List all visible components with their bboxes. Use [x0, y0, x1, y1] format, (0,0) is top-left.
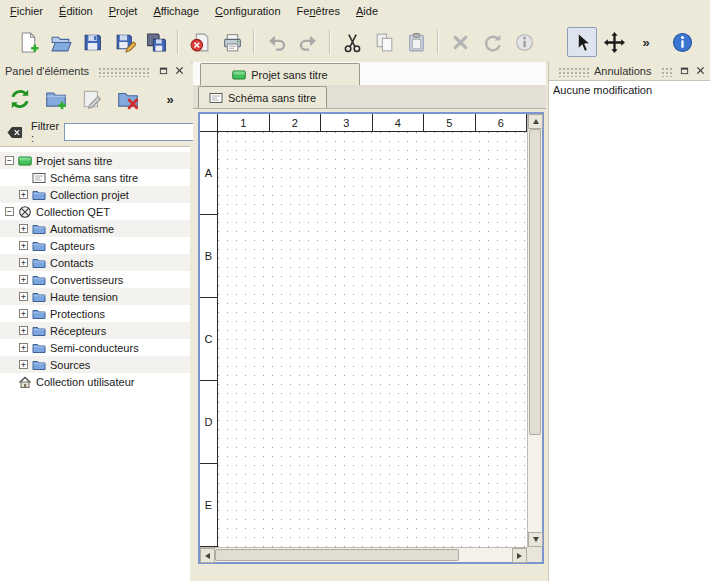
undo-empty-text: Aucune modification	[553, 84, 707, 96]
tree-expander-minus[interactable]: −	[5, 207, 14, 216]
save-as-icon	[113, 31, 136, 54]
menu-item-fichier[interactable]: Fichier	[2, 1, 51, 21]
select-mode-button[interactable]	[567, 27, 597, 57]
close-panel-button[interactable]	[692, 64, 708, 79]
clear-filter-button[interactable]	[4, 122, 26, 142]
cut-button[interactable]	[337, 27, 367, 57]
menu-item-label: dition	[66, 5, 92, 17]
tree-item-projet-sans-titre[interactable]: −Projet sans titre	[0, 152, 190, 169]
save-all-icon	[145, 31, 168, 54]
close-document-button[interactable]	[185, 27, 215, 57]
reload-collections-button[interactable]	[5, 84, 35, 114]
tree-item-schema-sans-titre[interactable]: Schéma sans titre	[0, 169, 190, 186]
tree-item-automatisme[interactable]: +Automatisme	[0, 220, 190, 237]
open-document-button[interactable]	[45, 27, 75, 57]
horizontal-scroll-thumb[interactable]	[215, 549, 459, 561]
float-panel-button[interactable]	[676, 64, 692, 79]
delete-element-button[interactable]	[113, 84, 143, 114]
scroll-up-button[interactable]	[528, 114, 543, 129]
dock-grip[interactable]	[558, 67, 590, 77]
edit-element-button[interactable]	[77, 84, 107, 114]
tree-item-haute-tension[interactable]: +Haute tension	[0, 288, 190, 305]
tree-expander-plus[interactable]: +	[19, 309, 28, 318]
row-headers: ABCDE	[200, 132, 218, 547]
rotate-button[interactable]	[477, 27, 507, 57]
menu-item-aide[interactable]: Aide	[348, 1, 386, 21]
tree-expander-plus[interactable]: +	[19, 190, 28, 199]
tree-expander-plus[interactable]: +	[19, 360, 28, 369]
right-arrow-icon	[517, 553, 522, 559]
toolbar-overflow-button[interactable]: »	[631, 27, 661, 57]
tree-expander-plus[interactable]: +	[19, 343, 28, 352]
tree-expander-plus[interactable]: +	[19, 326, 28, 335]
menu-item-configuration[interactable]: Configuration	[207, 1, 288, 21]
tree-item-protections[interactable]: +Protections	[0, 305, 190, 322]
menu-item-edition[interactable]: Édition	[51, 1, 101, 21]
scroll-left-button[interactable]	[200, 548, 215, 563]
panel-overflow-button[interactable]: »	[155, 84, 185, 114]
tree-expander-plus[interactable]: +	[19, 258, 28, 267]
conductor-info-button[interactable]	[509, 27, 539, 57]
close-panel-button[interactable]	[171, 64, 187, 79]
tree-item-collection-projet[interactable]: +Collection projet	[0, 186, 190, 203]
float-panel-button[interactable]	[155, 64, 171, 79]
tree-expander-plus[interactable]: +	[19, 224, 28, 233]
vertical-scrollbar[interactable]	[527, 114, 542, 547]
schema-tab[interactable]: Schéma sans titre	[198, 86, 327, 108]
main-toolbar: »	[0, 22, 710, 63]
dock-grip[interactable]	[661, 67, 673, 77]
float-icon	[159, 65, 168, 77]
elements-panel-toolbar: »	[0, 80, 190, 118]
tree-item-label: Projet sans titre	[36, 155, 112, 167]
reload-collections-icon	[8, 87, 32, 111]
delete-element-icon	[116, 87, 140, 111]
save-button[interactable]	[77, 27, 107, 57]
scroll-right-button[interactable]	[512, 548, 527, 563]
about-button[interactable]	[667, 27, 697, 57]
new-document-button[interactable]	[13, 27, 43, 57]
menu-item-label: onfiguration	[223, 5, 281, 17]
project-tab[interactable]: Projet sans titre	[200, 63, 360, 85]
new-element-button[interactable]	[41, 84, 71, 114]
folder-icon	[32, 256, 46, 270]
horizontal-scrollbar[interactable]	[200, 547, 527, 562]
horizontal-scroll-track[interactable]	[215, 548, 512, 562]
scroll-mode-button[interactable]	[599, 27, 629, 57]
row-header-cell: E	[200, 464, 217, 547]
schema-icon	[32, 171, 46, 185]
menu-item-projet[interactable]: Projet	[101, 1, 146, 21]
project-tab-icon	[232, 68, 246, 82]
menu-item-label: rojet	[116, 5, 137, 17]
tree-item-recepteurs[interactable]: +Récepteurs	[0, 322, 190, 339]
qelectrotech-window: FichierÉditionProjetAffichageConfigurati…	[0, 0, 710, 581]
vertical-scroll-thumb[interactable]	[529, 129, 541, 435]
tree-item-collection-qet[interactable]: −Collection QET	[0, 203, 190, 220]
menu-item-affichage[interactable]: Affichage	[145, 1, 207, 21]
diagram-canvas[interactable]	[218, 132, 527, 547]
save-all-button[interactable]	[141, 27, 171, 57]
elements-panel-header: Panel d'éléments	[0, 62, 190, 80]
paste-button[interactable]	[401, 27, 431, 57]
undo-panel-header: Annulations	[549, 62, 710, 80]
panel-overflow-icon: »	[166, 93, 173, 106]
tree-item-collection-utilisateur[interactable]: Collection utilisateur	[0, 373, 190, 390]
tree-expander-minus[interactable]: −	[5, 156, 14, 165]
tree-item-sources[interactable]: +Sources	[0, 356, 190, 373]
tree-item-capteurs[interactable]: +Capteurs	[0, 237, 190, 254]
undo-button[interactable]	[261, 27, 291, 57]
delete-button[interactable]	[445, 27, 475, 57]
dock-grip[interactable]	[98, 67, 151, 77]
save-as-button[interactable]	[109, 27, 139, 57]
tree-expander-plus[interactable]: +	[19, 292, 28, 301]
copy-button[interactable]	[369, 27, 399, 57]
menu-item-fenetres[interactable]: Fenêtres	[289, 1, 348, 21]
tree-expander-plus[interactable]: +	[19, 241, 28, 250]
tree-item-contacts[interactable]: +Contacts	[0, 254, 190, 271]
redo-button[interactable]	[293, 27, 323, 57]
scroll-down-button[interactable]	[528, 532, 543, 547]
vertical-scroll-track[interactable]	[528, 129, 542, 532]
tree-expander-plus[interactable]: +	[19, 275, 28, 284]
tree-item-convertisseurs[interactable]: +Convertisseurs	[0, 271, 190, 288]
print-button[interactable]	[217, 27, 247, 57]
tree-item-semi-conducteurs[interactable]: +Semi-conducteurs	[0, 339, 190, 356]
